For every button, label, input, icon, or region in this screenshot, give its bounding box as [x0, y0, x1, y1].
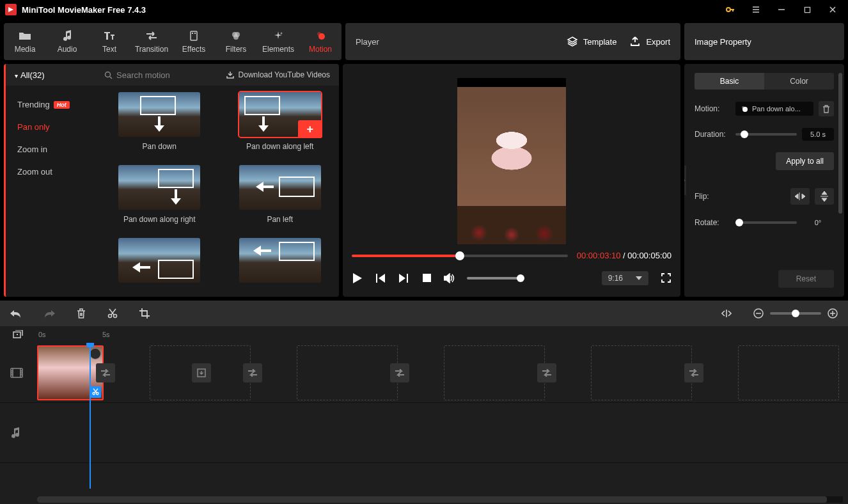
duration-value[interactable]: 5.0 s: [802, 128, 834, 141]
add-track-button[interactable]: [13, 330, 26, 339]
flip-label: Flip:: [695, 192, 730, 201]
filters-tab[interactable]: Filters: [215, 23, 257, 60]
effects-tab[interactable]: Effects: [173, 23, 215, 60]
zoom-handle[interactable]: [792, 310, 799, 317]
music-note-icon: [61, 29, 74, 42]
delete-button[interactable]: [77, 308, 86, 319]
timeline-scrollbar[interactable]: [37, 496, 843, 503]
duration-slider[interactable]: [735, 133, 797, 136]
empty-slot[interactable]: [444, 345, 545, 400]
motion-item[interactable]: Pan left: [233, 165, 328, 226]
rotate-slider[interactable]: [735, 221, 797, 224]
slider-handle[interactable]: [735, 219, 743, 226]
redo-button[interactable]: [43, 309, 55, 318]
property-title: Image Property: [695, 37, 751, 47]
empty-slot[interactable]: [738, 345, 839, 400]
transition-slot[interactable]: [243, 363, 262, 382]
reset-button[interactable]: Reset: [778, 270, 834, 288]
tab-color[interactable]: Color: [764, 73, 834, 90]
empty-slot[interactable]: [591, 345, 692, 400]
motion-item[interactable]: + Pan down along left: [233, 92, 328, 154]
svg-point-7: [233, 35, 239, 40]
clip-motion-badge: [90, 348, 101, 359]
playhead[interactable]: [90, 343, 91, 489]
prev-button[interactable]: [375, 272, 386, 284]
svg-point-14: [109, 315, 112, 318]
next-button[interactable]: [398, 272, 409, 284]
empty-slot[interactable]: [297, 345, 398, 400]
rotate-label: Rotate:: [695, 218, 730, 227]
media-tab[interactable]: Media: [4, 23, 46, 60]
slider-handle[interactable]: [741, 130, 748, 138]
delete-motion-button[interactable]: [819, 101, 834, 116]
ruler-tick: 0s: [38, 331, 46, 338]
maximize-button[interactable]: [794, 0, 820, 19]
sidebar-item-trending[interactable]: Trending Hot: [6, 93, 100, 116]
flip-vertical-button[interactable]: [815, 188, 834, 205]
add-motion-button[interactable]: +: [298, 120, 322, 138]
template-button[interactable]: Template: [567, 36, 617, 47]
property-scrollbar[interactable]: [838, 73, 842, 214]
property-header: Image Property: [684, 23, 844, 60]
all-category[interactable]: ▾All(32): [6, 70, 98, 80]
upgrade-key-icon[interactable]: [718, 0, 743, 19]
motion-item[interactable]: Pan down along right: [112, 165, 207, 226]
audio-tab[interactable]: Audio: [46, 23, 88, 60]
download-youtube-button[interactable]: Download YouTube Videos: [217, 70, 339, 79]
undo-button[interactable]: [10, 309, 22, 318]
motion-tab[interactable]: Motion: [299, 23, 342, 60]
motion-item[interactable]: [233, 238, 328, 290]
timeline-clip[interactable]: [37, 345, 104, 400]
motion-icon: [314, 29, 327, 42]
rotate-value: 0°: [802, 216, 834, 229]
transition-icon: [145, 29, 158, 42]
volume-button[interactable]: [444, 272, 455, 284]
empty-slot[interactable]: [150, 345, 251, 400]
fit-zoom-button[interactable]: [721, 309, 732, 318]
minimize-button[interactable]: [769, 0, 794, 19]
volume-handle[interactable]: [517, 274, 524, 282]
crop-button[interactable]: [139, 308, 150, 319]
zoom-in-button[interactable]: [828, 308, 838, 319]
collapse-panel-button[interactable]: [684, 166, 686, 195]
zoom-out-button[interactable]: [753, 308, 764, 319]
tab-basic[interactable]: Basic: [695, 73, 764, 90]
motion-item[interactable]: [112, 238, 207, 290]
player-title: Player: [356, 37, 554, 47]
transition-slot[interactable]: [537, 363, 556, 382]
transition-slot[interactable]: [96, 363, 115, 382]
sidebar-item-pan-only[interactable]: Pan only: [6, 116, 100, 138]
clip-split-badge[interactable]: [90, 386, 101, 398]
svg-point-15: [114, 315, 117, 318]
play-button[interactable]: [352, 272, 363, 284]
aspect-ratio-select[interactable]: 9:16: [602, 271, 648, 285]
elements-tab[interactable]: Elements: [257, 23, 299, 60]
zoom-slider[interactable]: [770, 312, 821, 315]
fullscreen-button[interactable]: [660, 272, 671, 284]
transition-slot[interactable]: [684, 363, 703, 382]
flip-horizontal-button[interactable]: [790, 188, 810, 205]
transition-slot[interactable]: [390, 363, 409, 382]
search-input[interactable]: Search motion: [98, 70, 217, 80]
split-button[interactable]: [107, 308, 118, 319]
timeline-ruler[interactable]: 0s 5s: [0, 326, 848, 343]
svg-rect-1: [805, 7, 810, 12]
transition-tab[interactable]: Transition: [130, 23, 173, 60]
volume-slider[interactable]: [467, 277, 524, 280]
motion-item[interactable]: Pan down: [112, 92, 207, 154]
seek-handle[interactable]: [455, 251, 464, 260]
timeline-seek[interactable]: [352, 255, 568, 257]
export-label: Export: [646, 37, 670, 47]
tool-label: Transition: [135, 45, 168, 54]
menu-icon[interactable]: [743, 0, 769, 19]
tool-label: Audio: [58, 45, 77, 54]
apply-to-all-button[interactable]: Apply to all: [776, 152, 834, 170]
sidebar-item-zoom-out[interactable]: Zoom out: [6, 161, 100, 183]
import-slot-icon[interactable]: [192, 363, 211, 382]
motion-value[interactable]: Pan down alo...: [735, 102, 813, 116]
close-button[interactable]: [820, 0, 845, 19]
export-button[interactable]: Export: [629, 36, 670, 47]
stop-button[interactable]: [421, 272, 432, 284]
sidebar-item-zoom-in[interactable]: Zoom in: [6, 138, 100, 161]
text-tab[interactable]: Text: [88, 23, 130, 60]
